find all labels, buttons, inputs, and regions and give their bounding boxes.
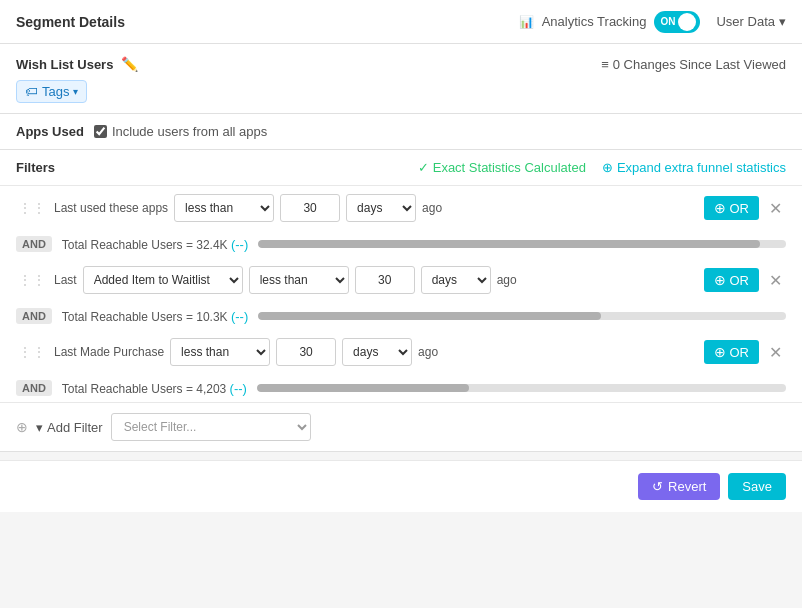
- filter-3-prefix: Last Made Purchase: [54, 345, 164, 359]
- analytics-toggle[interactable]: ON: [654, 11, 700, 33]
- filter-row-2: ⋮⋮ Last Added Item to Waitlist Made Purc…: [0, 258, 802, 302]
- and-badge-1: AND: [16, 236, 52, 252]
- select-filter-dropdown[interactable]: Select Filter...: [111, 413, 311, 441]
- add-filter-row: ⊕ ▾ Add Filter Select Filter...: [0, 402, 802, 451]
- total-link-2[interactable]: (--): [231, 309, 248, 324]
- total-link-1[interactable]: (--): [231, 237, 248, 252]
- filter-3-unit[interactable]: days hours weeks: [342, 338, 412, 366]
- save-label: Save: [742, 479, 772, 494]
- filter-1-or-button[interactable]: ⊕ OR: [704, 196, 760, 220]
- footer: ↺ Revert Save: [0, 460, 802, 512]
- check-icon: ✓: [418, 160, 429, 175]
- filters-header: Filters ✓ Exact Statistics Calculated ⊕ …: [0, 150, 802, 186]
- edit-icon[interactable]: ✏️: [121, 56, 138, 72]
- changes-label: 0 Changes Since Last Viewed: [613, 57, 786, 72]
- changes-link[interactable]: ≡ 0 Changes Since Last Viewed: [601, 57, 786, 72]
- filter-3-condition[interactable]: less than more than exactly: [170, 338, 270, 366]
- filter-2-value[interactable]: [355, 266, 415, 294]
- analytics-label: Analytics Tracking: [542, 14, 647, 29]
- filters-section: Filters ✓ Exact Statistics Calculated ⊕ …: [0, 150, 802, 452]
- drag-handle-1[interactable]: ⋮⋮: [16, 200, 48, 216]
- filter-2-last: Last: [54, 273, 77, 287]
- plus-circle-icon: ⊕: [602, 160, 613, 175]
- filter-2-delete[interactable]: ✕: [765, 269, 786, 292]
- include-all-apps-checkbox[interactable]: [94, 125, 107, 138]
- and-badge-3: AND: [16, 380, 52, 396]
- save-button[interactable]: Save: [728, 473, 786, 500]
- filter-3-value[interactable]: [276, 338, 336, 366]
- segment-title-group: Wish List Users ✏️: [16, 56, 138, 72]
- exact-stats-label: Exact Statistics Calculated: [433, 160, 586, 175]
- filter-2-condition[interactable]: less than more than exactly: [249, 266, 349, 294]
- tags-button[interactable]: 🏷 Tags ▾: [16, 80, 87, 103]
- add-filter-plus-icon: ⊕: [16, 419, 28, 435]
- segment-top: Wish List Users ✏️ ≡ 0 Changes Since Las…: [16, 56, 786, 72]
- filter-3-suffix: ago: [418, 345, 438, 359]
- tag-icon: 🏷: [25, 84, 38, 99]
- filters-stats: ✓ Exact Statistics Calculated ⊕ Expand e…: [418, 160, 786, 175]
- or-label-2: OR: [730, 273, 750, 288]
- total-users-3: Total Reachable Users = 4,203 (--): [62, 381, 247, 396]
- filter-2-unit[interactable]: days hours weeks: [421, 266, 491, 294]
- apps-section: Apps Used Include users from all apps: [0, 114, 802, 150]
- filter-2-event[interactable]: Added Item to Waitlist Made Purchase Vie…: [83, 266, 243, 294]
- and-row-2: AND Total Reachable Users = 10.3K (--): [0, 302, 802, 330]
- filter-3-delete[interactable]: ✕: [765, 341, 786, 364]
- user-data-label: User Data: [716, 14, 775, 29]
- apps-title: Apps Used: [16, 124, 84, 139]
- progress-bar-3-container: [257, 384, 786, 392]
- filters-title: Filters: [16, 160, 55, 175]
- toggle-label: ON: [660, 16, 675, 27]
- or-plus-icon-3: ⊕: [714, 344, 726, 360]
- or-label: OR: [730, 201, 750, 216]
- add-filter-text: Add Filter: [47, 420, 103, 435]
- add-filter-label: ▾ Add Filter: [36, 420, 103, 435]
- tags-button-row: 🏷 Tags ▾: [16, 80, 786, 103]
- revert-label: Revert: [668, 479, 706, 494]
- user-data-chevron: ▾: [779, 14, 786, 29]
- filter-3-or-button[interactable]: ⊕ OR: [704, 340, 760, 364]
- total-link-3[interactable]: (--): [230, 381, 247, 396]
- progress-bar-2-container: [258, 312, 786, 320]
- progress-bar-3: [257, 384, 469, 392]
- total-users-1: Total Reachable Users = 32.4K (--): [62, 237, 248, 252]
- filter-2-or-button[interactable]: ⊕ OR: [704, 268, 760, 292]
- filter-2-suffix: ago: [497, 273, 517, 287]
- revert-button[interactable]: ↺ Revert: [638, 473, 720, 500]
- filter-1-delete[interactable]: ✕: [765, 197, 786, 220]
- filter-1-condition[interactable]: less than more than exactly: [174, 194, 274, 222]
- filter-row-3: ⋮⋮ Last Made Purchase less than more tha…: [0, 330, 802, 374]
- filter-1-value[interactable]: [280, 194, 340, 222]
- page-title: Segment Details: [16, 14, 125, 30]
- filter-1-unit[interactable]: days hours weeks: [346, 194, 416, 222]
- app-header: Segment Details 📊 Analytics Tracking ON …: [0, 0, 802, 44]
- add-filter-arrow: ▾: [36, 420, 43, 435]
- apps-header: Apps Used Include users from all apps: [16, 124, 786, 139]
- exact-stats: ✓ Exact Statistics Calculated: [418, 160, 586, 175]
- tags-caret: ▾: [73, 86, 78, 97]
- toggle-knob: [678, 13, 696, 31]
- filter-1-suffix: ago: [422, 201, 442, 215]
- progress-bar-2: [258, 312, 601, 320]
- expand-stats[interactable]: ⊕ Expand extra funnel statistics: [602, 160, 786, 175]
- total-users-2: Total Reachable Users = 10.3K (--): [62, 309, 248, 324]
- or-plus-icon-2: ⊕: [714, 272, 726, 288]
- analytics-tracking: 📊 Analytics Tracking ON: [519, 11, 701, 33]
- drag-handle-2[interactable]: ⋮⋮: [16, 272, 48, 288]
- progress-bar-1-container: [258, 240, 786, 248]
- drag-handle-3[interactable]: ⋮⋮: [16, 344, 48, 360]
- segment-title: Wish List Users: [16, 57, 113, 72]
- include-all-apps-label[interactable]: Include users from all apps: [94, 124, 267, 139]
- and-row-1: AND Total Reachable Users = 32.4K (--): [0, 230, 802, 258]
- and-badge-2: AND: [16, 308, 52, 324]
- progress-bar-1: [258, 240, 759, 248]
- analytics-icon: 📊: [519, 15, 534, 29]
- include-apps-text: Include users from all apps: [112, 124, 267, 139]
- user-data-menu[interactable]: User Data ▾: [716, 14, 786, 29]
- list-icon: ≡: [601, 57, 609, 72]
- or-label-3: OR: [730, 345, 750, 360]
- filter-row-1: ⋮⋮ Last used these apps less than more t…: [0, 186, 802, 230]
- expand-stats-label: Expand extra funnel statistics: [617, 160, 786, 175]
- filter-1-prefix: Last used these apps: [54, 201, 168, 215]
- revert-icon: ↺: [652, 479, 663, 494]
